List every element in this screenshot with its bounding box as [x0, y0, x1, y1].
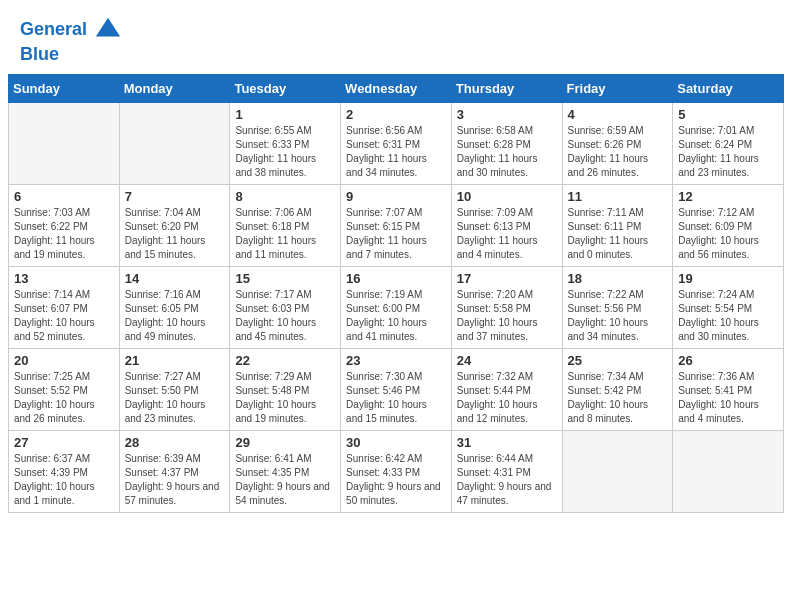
- day-header-sunday: Sunday: [9, 74, 120, 102]
- day-info: Sunrise: 6:44 AM Sunset: 4:31 PM Dayligh…: [457, 452, 557, 508]
- day-number: 9: [346, 189, 446, 204]
- calendar-header-row: SundayMondayTuesdayWednesdayThursdayFrid…: [9, 74, 784, 102]
- day-info: Sunrise: 7:25 AM Sunset: 5:52 PM Dayligh…: [14, 370, 114, 426]
- calendar-week-5: 27Sunrise: 6:37 AM Sunset: 4:39 PM Dayli…: [9, 430, 784, 512]
- day-info: Sunrise: 7:11 AM Sunset: 6:11 PM Dayligh…: [568, 206, 668, 262]
- calendar-week-2: 6Sunrise: 7:03 AM Sunset: 6:22 PM Daylig…: [9, 184, 784, 266]
- day-number: 24: [457, 353, 557, 368]
- day-header-saturday: Saturday: [673, 74, 784, 102]
- day-number: 20: [14, 353, 114, 368]
- day-number: 27: [14, 435, 114, 450]
- table-row: 13Sunrise: 7:14 AM Sunset: 6:07 PM Dayli…: [9, 266, 120, 348]
- day-info: Sunrise: 6:58 AM Sunset: 6:28 PM Dayligh…: [457, 124, 557, 180]
- calendar-table: SundayMondayTuesdayWednesdayThursdayFrid…: [8, 74, 784, 513]
- day-info: Sunrise: 6:39 AM Sunset: 4:37 PM Dayligh…: [125, 452, 225, 508]
- table-row: 14Sunrise: 7:16 AM Sunset: 6:05 PM Dayli…: [119, 266, 230, 348]
- day-number: 28: [125, 435, 225, 450]
- day-number: 5: [678, 107, 778, 122]
- day-info: Sunrise: 7:19 AM Sunset: 6:00 PM Dayligh…: [346, 288, 446, 344]
- day-info: Sunrise: 7:01 AM Sunset: 6:24 PM Dayligh…: [678, 124, 778, 180]
- calendar-container: SundayMondayTuesdayWednesdayThursdayFrid…: [0, 74, 792, 529]
- table-row: [673, 430, 784, 512]
- day-info: Sunrise: 7:29 AM Sunset: 5:48 PM Dayligh…: [235, 370, 335, 426]
- table-row: 26Sunrise: 7:36 AM Sunset: 5:41 PM Dayli…: [673, 348, 784, 430]
- day-info: Sunrise: 6:56 AM Sunset: 6:31 PM Dayligh…: [346, 124, 446, 180]
- table-row: 23Sunrise: 7:30 AM Sunset: 5:46 PM Dayli…: [341, 348, 452, 430]
- day-header-monday: Monday: [119, 74, 230, 102]
- table-row: 30Sunrise: 6:42 AM Sunset: 4:33 PM Dayli…: [341, 430, 452, 512]
- table-row: 9Sunrise: 7:07 AM Sunset: 6:15 PM Daylig…: [341, 184, 452, 266]
- day-info: Sunrise: 7:20 AM Sunset: 5:58 PM Dayligh…: [457, 288, 557, 344]
- day-info: Sunrise: 7:17 AM Sunset: 6:03 PM Dayligh…: [235, 288, 335, 344]
- day-number: 21: [125, 353, 225, 368]
- day-header-thursday: Thursday: [451, 74, 562, 102]
- day-number: 11: [568, 189, 668, 204]
- table-row: 19Sunrise: 7:24 AM Sunset: 5:54 PM Dayli…: [673, 266, 784, 348]
- table-row: [119, 102, 230, 184]
- table-row: 5Sunrise: 7:01 AM Sunset: 6:24 PM Daylig…: [673, 102, 784, 184]
- day-number: 4: [568, 107, 668, 122]
- day-number: 25: [568, 353, 668, 368]
- table-row: 27Sunrise: 6:37 AM Sunset: 4:39 PM Dayli…: [9, 430, 120, 512]
- day-info: Sunrise: 6:37 AM Sunset: 4:39 PM Dayligh…: [14, 452, 114, 508]
- day-number: 7: [125, 189, 225, 204]
- day-info: Sunrise: 7:24 AM Sunset: 5:54 PM Dayligh…: [678, 288, 778, 344]
- day-info: Sunrise: 7:09 AM Sunset: 6:13 PM Dayligh…: [457, 206, 557, 262]
- day-info: Sunrise: 7:30 AM Sunset: 5:46 PM Dayligh…: [346, 370, 446, 426]
- day-info: Sunrise: 7:34 AM Sunset: 5:42 PM Dayligh…: [568, 370, 668, 426]
- day-info: Sunrise: 6:55 AM Sunset: 6:33 PM Dayligh…: [235, 124, 335, 180]
- table-row: [9, 102, 120, 184]
- day-number: 29: [235, 435, 335, 450]
- calendar-week-1: 1Sunrise: 6:55 AM Sunset: 6:33 PM Daylig…: [9, 102, 784, 184]
- day-number: 31: [457, 435, 557, 450]
- day-number: 22: [235, 353, 335, 368]
- day-number: 6: [14, 189, 114, 204]
- calendar-week-4: 20Sunrise: 7:25 AM Sunset: 5:52 PM Dayli…: [9, 348, 784, 430]
- day-number: 8: [235, 189, 335, 204]
- table-row: 18Sunrise: 7:22 AM Sunset: 5:56 PM Dayli…: [562, 266, 673, 348]
- table-row: 20Sunrise: 7:25 AM Sunset: 5:52 PM Dayli…: [9, 348, 120, 430]
- table-row: 8Sunrise: 7:06 AM Sunset: 6:18 PM Daylig…: [230, 184, 341, 266]
- table-row: 24Sunrise: 7:32 AM Sunset: 5:44 PM Dayli…: [451, 348, 562, 430]
- day-info: Sunrise: 7:22 AM Sunset: 5:56 PM Dayligh…: [568, 288, 668, 344]
- day-number: 26: [678, 353, 778, 368]
- day-header-friday: Friday: [562, 74, 673, 102]
- day-number: 3: [457, 107, 557, 122]
- table-row: 31Sunrise: 6:44 AM Sunset: 4:31 PM Dayli…: [451, 430, 562, 512]
- svg-marker-0: [96, 18, 120, 37]
- day-info: Sunrise: 7:36 AM Sunset: 5:41 PM Dayligh…: [678, 370, 778, 426]
- day-number: 1: [235, 107, 335, 122]
- day-info: Sunrise: 6:41 AM Sunset: 4:35 PM Dayligh…: [235, 452, 335, 508]
- day-number: 18: [568, 271, 668, 286]
- day-info: Sunrise: 6:42 AM Sunset: 4:33 PM Dayligh…: [346, 452, 446, 508]
- day-number: 17: [457, 271, 557, 286]
- calendar-week-3: 13Sunrise: 7:14 AM Sunset: 6:07 PM Dayli…: [9, 266, 784, 348]
- day-info: Sunrise: 7:07 AM Sunset: 6:15 PM Dayligh…: [346, 206, 446, 262]
- table-row: 12Sunrise: 7:12 AM Sunset: 6:09 PM Dayli…: [673, 184, 784, 266]
- table-row: 2Sunrise: 6:56 AM Sunset: 6:31 PM Daylig…: [341, 102, 452, 184]
- day-info: Sunrise: 6:59 AM Sunset: 6:26 PM Dayligh…: [568, 124, 668, 180]
- day-number: 16: [346, 271, 446, 286]
- day-info: Sunrise: 7:16 AM Sunset: 6:05 PM Dayligh…: [125, 288, 225, 344]
- table-row: 17Sunrise: 7:20 AM Sunset: 5:58 PM Dayli…: [451, 266, 562, 348]
- day-number: 2: [346, 107, 446, 122]
- day-number: 14: [125, 271, 225, 286]
- day-header-wednesday: Wednesday: [341, 74, 452, 102]
- logo: General Blue: [20, 16, 122, 66]
- logo-blue: Blue: [20, 44, 122, 66]
- table-row: 16Sunrise: 7:19 AM Sunset: 6:00 PM Dayli…: [341, 266, 452, 348]
- day-number: 19: [678, 271, 778, 286]
- table-row: 29Sunrise: 6:41 AM Sunset: 4:35 PM Dayli…: [230, 430, 341, 512]
- day-number: 23: [346, 353, 446, 368]
- day-info: Sunrise: 7:04 AM Sunset: 6:20 PM Dayligh…: [125, 206, 225, 262]
- table-row: 6Sunrise: 7:03 AM Sunset: 6:22 PM Daylig…: [9, 184, 120, 266]
- table-row: 11Sunrise: 7:11 AM Sunset: 6:11 PM Dayli…: [562, 184, 673, 266]
- day-number: 30: [346, 435, 446, 450]
- table-row: 22Sunrise: 7:29 AM Sunset: 5:48 PM Dayli…: [230, 348, 341, 430]
- table-row: 21Sunrise: 7:27 AM Sunset: 5:50 PM Dayli…: [119, 348, 230, 430]
- day-number: 13: [14, 271, 114, 286]
- table-row: 7Sunrise: 7:04 AM Sunset: 6:20 PM Daylig…: [119, 184, 230, 266]
- table-row: 4Sunrise: 6:59 AM Sunset: 6:26 PM Daylig…: [562, 102, 673, 184]
- page-header: General Blue: [0, 0, 792, 74]
- day-number: 10: [457, 189, 557, 204]
